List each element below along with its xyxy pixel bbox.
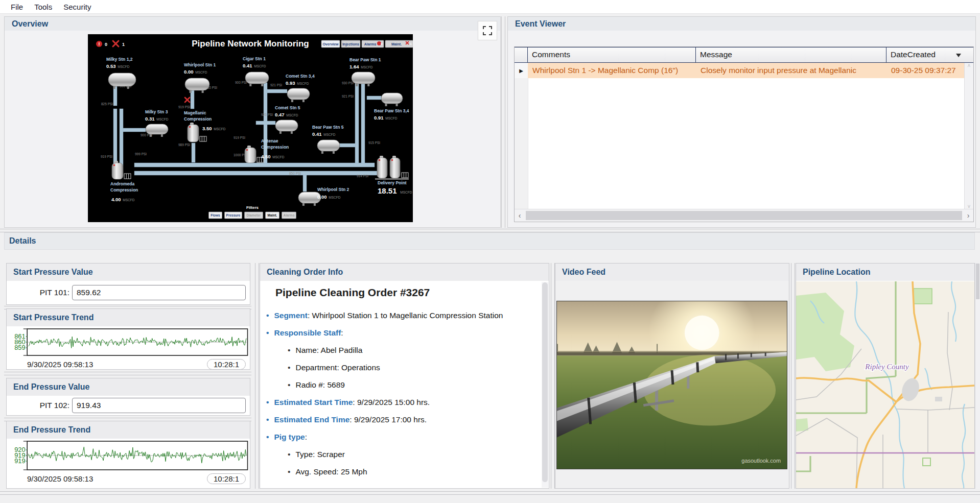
- svg-text:Injections: Injections: [342, 42, 359, 46]
- menu-security[interactable]: Security: [58, 0, 97, 13]
- map-county-label: Ripley County: [865, 363, 909, 371]
- cleaning-order-list: Segment: Whirlpool Station 1 to Magellan…: [260, 307, 549, 481]
- monitor-filter-alarms[interactable]: Alarms: [282, 212, 296, 219]
- details-title: Details: [9, 236, 36, 246]
- pipe-segment: [134, 171, 378, 175]
- svg-text:Whirlpool Stn 2: Whirlpool Stn 2: [317, 187, 349, 192]
- page-scrollbar[interactable]: [975, 263, 980, 489]
- event-row[interactable]: ▶Whirlpool Stn 1 -> Magellanic Comp (16"…: [515, 63, 965, 78]
- svg-text:Milky Stn 1,2: Milky Stn 1,2: [106, 57, 133, 62]
- pit-101-input[interactable]: [72, 285, 246, 300]
- svg-text:Overview: Overview: [322, 42, 339, 46]
- cleaning-order-item: Estimated End Time: 9/29/2025 17:00 hrs.: [266, 411, 536, 428]
- scroll-left-icon[interactable]: ‹: [515, 211, 525, 220]
- pit-102-input[interactable]: [72, 398, 246, 413]
- svg-text:Pressure: Pressure: [226, 213, 241, 217]
- menu-file[interactable]: File: [5, 0, 29, 13]
- event-horizontal-scrollbar[interactable]: ‹ ›: [515, 209, 973, 222]
- svg-text:Milky Stn 3: Milky Stn 3: [145, 109, 168, 114]
- svg-text:0.31 MSCFD: 0.31 MSCFD: [145, 116, 169, 122]
- pipe-segment: [367, 96, 381, 100]
- cleaning-scroll-thumb[interactable]: [542, 282, 548, 482]
- start-pressure-value-panel: Start Pressure Value PIT 101:: [6, 263, 250, 305]
- svg-text:0.91 MSCFD: 0.91 MSCFD: [374, 115, 398, 121]
- cleaning-order-item: Segment: Whirlpool Station 1 to Magellan…: [266, 307, 536, 324]
- event-grid: Comments Message DateCreated ▶Whirlpool …: [514, 46, 974, 222]
- svg-text:18.51 MSCFD: 18.51 MSCFD: [378, 186, 412, 195]
- svg-text:989 PSI: 989 PSI: [178, 143, 190, 147]
- pipe-segment: [123, 128, 146, 132]
- overview-panel-header: Overview: [5, 17, 500, 31]
- svg-text:915 PSI: 915 PSI: [368, 141, 380, 145]
- main-splitter[interactable]: [0, 229, 980, 232]
- top-splitter[interactable]: [501, 16, 505, 228]
- column-header-comments[interactable]: Comments: [528, 47, 696, 62]
- column-header-message[interactable]: Message: [696, 47, 886, 62]
- svg-text:825 PSI: 825 PSI: [101, 102, 113, 106]
- location-map[interactable]: Ripley County: [796, 281, 974, 488]
- details-splitter-2[interactable]: [4, 372, 251, 375]
- monitor-nav-injections[interactable]: Injections: [341, 40, 360, 47]
- svg-text:4.50 MSCFD: 4.50 MSCFD: [261, 154, 285, 159]
- cleaning-order-item: Estimated Start Time: 9/29/2025 15:00 hr…: [266, 394, 536, 411]
- end-trend-timestamp: 9/30/2025 09:58:13: [27, 474, 93, 483]
- pit-102-label: PIT 102:: [7, 401, 72, 410]
- video-feed-title: Video Feed: [562, 268, 605, 277]
- svg-text:Comet Stn 3,4: Comet Stn 3,4: [286, 74, 315, 79]
- station-magellanic-compression: MagellanicCompression3.50 MSCFD: [184, 110, 226, 142]
- svg-text:920 PSI: 920 PSI: [261, 113, 273, 116]
- fullscreen-corners-icon: [483, 26, 492, 35]
- monitor-filter-maint[interactable]: Maint.: [266, 212, 279, 219]
- svg-text:0.53 MSCFD: 0.53 MSCFD: [106, 63, 130, 69]
- cleaning-order-body: Pipeline Cleaning Order #3267 Segment: W…: [260, 281, 549, 488]
- scroll-up-icon[interactable]: ˄: [968, 63, 971, 68]
- svg-text:Filters: Filters: [246, 205, 259, 210]
- page-scroll-thumb[interactable]: [976, 264, 979, 299]
- app-window: File Tools Security Overview: [0, 0, 980, 503]
- station-milky-stn-1-2: Milky Stn 1,20.53 MSCFD: [106, 57, 136, 89]
- monitor-filter-diameter[interactable]: Diameter: [245, 212, 263, 219]
- scroll-right-icon[interactable]: ›: [963, 211, 973, 220]
- station-cigar-stn-1: Cigar Stn 10.41 MSCFD: [243, 56, 269, 86]
- pipe-segment: [134, 163, 375, 167]
- start-pressure-trend-panel: Start Pressure Trend 861860859 9/30/2025…: [6, 308, 250, 370]
- maintenance-x-marker: [185, 98, 190, 102]
- svg-text:Maint.: Maint.: [268, 213, 277, 217]
- row-marker-strip: [515, 63, 528, 209]
- svg-text:Cigar Stn 1: Cigar Stn 1: [243, 56, 266, 61]
- horizontal-scroll-thumb[interactable]: [526, 211, 962, 220]
- video-feed-panel: Video Feed: [555, 263, 789, 489]
- cleaning-order-item: Name: Abel Padilla: [266, 342, 536, 359]
- svg-text:Alarms: Alarms: [283, 213, 294, 217]
- cleaning-order-item: Department: Operations: [266, 359, 536, 376]
- pipe-segment: [120, 109, 123, 166]
- menu-tools[interactable]: Tools: [29, 0, 58, 13]
- details-col-splitter-1[interactable]: [255, 263, 259, 489]
- monitor-nav-overview[interactable]: Overview: [321, 40, 340, 47]
- cleaning-order-item: Type: Scraper: [266, 446, 536, 463]
- event-vertical-scrollbar[interactable]: ˄ ˅: [964, 63, 973, 209]
- column-header-datecreated[interactable]: DateCreated: [886, 47, 973, 62]
- cell-date_created: 09-30-25 09:37:27: [886, 66, 965, 75]
- cell-comments: Whirlpool Stn 1 -> Magellanic Comp (16"): [528, 66, 696, 75]
- svg-text:Delivery Point: Delivery Point: [378, 180, 407, 185]
- svg-text:Comet Stn 5: Comet Stn 5: [275, 105, 300, 110]
- details-col-splitter-3[interactable]: [791, 263, 795, 489]
- svg-text:Compression: Compression: [184, 116, 212, 122]
- svg-text:4.00 MSCFD: 4.00 MSCFD: [111, 197, 135, 202]
- svg-text:900 PSI: 900 PSI: [235, 81, 247, 84]
- details-col-splitter-2[interactable]: [551, 263, 555, 489]
- monitor-nav-alarms[interactable]: Alarms0: [362, 40, 384, 47]
- svg-text:Flows: Flows: [211, 213, 220, 217]
- overview-panel: Overview Pipeline Network Mo: [4, 16, 501, 228]
- end-pressure-value-panel: End Pressure Value PIT 102:: [6, 378, 250, 416]
- monitor-filter-flows[interactable]: Flows: [209, 212, 222, 219]
- cleaning-order-scrollbar[interactable]: [542, 282, 548, 488]
- monitor-filter-pressure[interactable]: Pressure: [225, 212, 242, 219]
- expand-button[interactable]: [478, 21, 497, 40]
- menu-bar: File Tools Security: [0, 0, 980, 14]
- pipeline-location-panel: Pipeline Location: [796, 263, 975, 489]
- svg-text:919 PSI: 919 PSI: [234, 136, 245, 139]
- start-trend-time-badge: 10:28:1: [207, 359, 246, 370]
- monitor-nav-maint[interactable]: Maint.1: [385, 40, 413, 47]
